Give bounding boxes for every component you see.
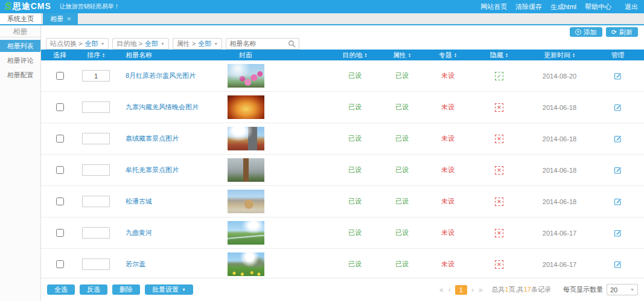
row-checkbox[interactable] — [56, 229, 64, 237]
refresh-button[interactable]: ⟳ 刷新 — [606, 27, 638, 37]
album-table-body: 8月红原若尔盖风光图片 已设 已设 未设 ✓ 2014-08-20 九寨沟藏羌风… — [41, 60, 644, 278]
per-page-label: 每页显示数量 — [563, 285, 603, 294]
sort-icon[interactable]: ▲▼ — [102, 53, 105, 58]
select-all-button[interactable]: 全选 — [47, 284, 75, 295]
next-page-button[interactable]: › — [471, 286, 474, 294]
hidden-toggle-icon[interactable]: ✕ — [495, 166, 503, 175]
sort-icon[interactable]: ▲▼ — [505, 53, 508, 58]
tab-system-home[interactable]: 系统主页 — [0, 13, 42, 24]
edit-icon[interactable] — [614, 166, 622, 175]
cover-image[interactable] — [228, 95, 264, 119]
edit-icon[interactable] — [614, 72, 622, 80]
first-page-button[interactable]: « — [439, 286, 444, 294]
album-name-link[interactable]: 九曲黄河 — [126, 228, 152, 237]
sidebar-item-album-config[interactable]: 相册配置 — [0, 69, 40, 81]
table-row: 九曲黄河 已设 已设 未设 ✕ 2014-06-17 — [41, 217, 644, 249]
destination-status: 已设 — [348, 260, 362, 269]
cover-image[interactable] — [228, 64, 264, 88]
table-row: 松潘古城 已设 已设 未设 ✕ 2014-06-18 — [41, 186, 644, 217]
sidebar-title: 相册 — [0, 25, 40, 37]
per-page-select[interactable]: 20 ▼ — [607, 284, 638, 295]
album-name-link[interactable]: 九寨沟藏羌风情晚会图片 — [126, 103, 199, 112]
album-name-link[interactable]: 8月红原若尔盖风光图片 — [126, 71, 196, 80]
hidden-toggle-icon[interactable]: ✕ — [495, 229, 503, 237]
site-filter-dropdown[interactable]: 站点切换 > 全部 ▼ — [46, 38, 109, 50]
album-name-link[interactable]: 牟托羌寨景点图片 — [126, 165, 179, 175]
menu-site-home[interactable]: 网站首页 — [480, 2, 507, 11]
sort-icon[interactable]: ▲▼ — [365, 53, 368, 58]
edit-icon[interactable] — [614, 198, 622, 206]
prev-page-button[interactable]: ‹ — [448, 286, 451, 294]
column-header[interactable]: 目的地▲▼ — [331, 50, 379, 60]
attribute-status: 已设 — [395, 197, 409, 206]
edit-icon[interactable] — [614, 103, 622, 112]
search-icon[interactable] — [288, 40, 296, 48]
add-button-label: 添加 — [584, 28, 597, 37]
delete-button[interactable]: 删除 — [112, 284, 140, 295]
toolbar: + 添加 ⟳ 刷新 — [41, 25, 644, 37]
row-checkbox[interactable] — [56, 72, 64, 80]
row-checkbox[interactable] — [56, 260, 64, 268]
batch-settings-button[interactable]: 批量设置 ▼ — [145, 284, 193, 295]
order-input[interactable] — [82, 164, 110, 176]
menu-help-center[interactable]: 帮助中心 — [585, 2, 611, 11]
edit-icon[interactable] — [614, 229, 622, 237]
hidden-toggle-icon[interactable]: ✕ — [495, 135, 503, 143]
cover-image[interactable] — [228, 221, 264, 245]
chevron-down-icon: ▼ — [214, 42, 218, 46]
pagination-summary: 总共1页,共17条记录 — [492, 285, 551, 294]
menu-clear-cache[interactable]: 清除缓存 — [515, 2, 542, 11]
destination-status: 已设 — [348, 197, 362, 206]
sort-icon[interactable]: ▲▼ — [572, 53, 575, 58]
menu-logout[interactable]: 退出 — [625, 2, 638, 11]
sidebar-item-album-comments[interactable]: 相册评论 — [0, 54, 40, 66]
tagline: 让旅游营销轻而易举！ — [60, 2, 120, 11]
table-row: 牟托羌寨景点图片 已设 已设 未设 ✕ 2014-06-18 — [41, 155, 644, 186]
search-input[interactable] — [229, 40, 288, 47]
order-input[interactable] — [82, 227, 110, 239]
row-checkbox[interactable] — [56, 103, 64, 111]
album-name-link[interactable]: 松潘古城 — [126, 197, 152, 206]
column-header[interactable]: 隐藏▲▼ — [471, 50, 528, 60]
row-checkbox[interactable] — [56, 198, 64, 205]
column-header[interactable]: 专题▲▼ — [425, 50, 471, 60]
menu-generate-html[interactable]: 生成html — [550, 2, 576, 11]
cover-image[interactable] — [228, 190, 264, 213]
cover-image[interactable] — [228, 127, 264, 150]
column-header[interactable]: 更新时间▲▼ — [528, 50, 591, 60]
current-page-button[interactable]: 1 — [455, 285, 467, 295]
tab-album[interactable]: 相册 × — [43, 13, 78, 24]
album-name-link[interactable]: 嘉绒藏寨景点图片 — [126, 134, 179, 143]
edit-icon[interactable] — [614, 260, 622, 269]
cover-image[interactable] — [228, 158, 264, 182]
topic-status: 未设 — [441, 165, 454, 175]
close-icon[interactable]: × — [67, 16, 71, 22]
destination-filter-dropdown[interactable]: 目的地 > 全部 ▼ — [112, 38, 168, 50]
order-input[interactable] — [82, 133, 110, 144]
logo-icon: S — [5, 1, 11, 12]
hidden-toggle-icon[interactable]: ✕ — [495, 103, 503, 112]
edit-icon[interactable] — [614, 135, 622, 143]
row-checkbox[interactable] — [56, 166, 64, 174]
topic-status: 未设 — [441, 71, 454, 80]
hidden-toggle-icon[interactable]: ✓ — [495, 72, 503, 80]
album-name-link[interactable]: 若尔盖 — [126, 260, 145, 269]
sort-icon[interactable]: ▲▼ — [454, 53, 457, 58]
hidden-toggle-icon[interactable]: ✕ — [495, 260, 503, 269]
order-input[interactable] — [82, 70, 110, 82]
order-input[interactable] — [82, 196, 110, 207]
invert-selection-button[interactable]: 反选 — [80, 284, 107, 295]
add-button[interactable]: + 添加 — [570, 27, 602, 37]
destination-status: 已设 — [348, 71, 362, 80]
order-input[interactable] — [82, 101, 110, 113]
column-header[interactable]: 排序▲▼ — [78, 50, 113, 60]
column-header[interactable]: 属性▲▼ — [379, 50, 425, 60]
attribute-filter-dropdown[interactable]: 属性 > 全部 ▼ — [173, 38, 222, 50]
row-checkbox[interactable] — [56, 135, 64, 143]
last-page-button[interactable]: » — [478, 286, 483, 294]
sidebar-item-album-list[interactable]: 相册列表 — [0, 40, 40, 52]
order-input[interactable] — [82, 259, 110, 270]
sort-icon[interactable]: ▲▼ — [408, 53, 411, 58]
hidden-toggle-icon[interactable]: ✕ — [495, 198, 503, 206]
cover-image[interactable] — [228, 252, 264, 276]
